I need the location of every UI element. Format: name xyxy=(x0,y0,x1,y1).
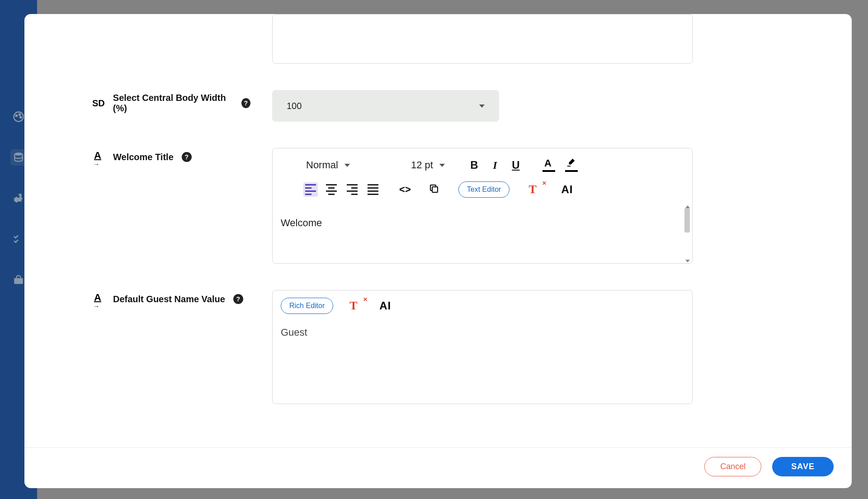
field-label-col: SD Select Central Body Width (%) ? xyxy=(92,90,250,114)
code-view-button[interactable]: < > xyxy=(399,184,410,195)
background-color-button[interactable] xyxy=(565,158,578,172)
cancel-button[interactable]: Cancel xyxy=(704,457,761,476)
field-control-col: Normal 12 pt B I U xyxy=(272,148,693,264)
field-label-col: Welcome Title ? xyxy=(92,148,250,163)
ai-button[interactable]: AI xyxy=(561,183,573,196)
bold-button[interactable]: B xyxy=(467,157,482,173)
welcome-title-editor: Normal 12 pt B I U xyxy=(272,148,693,264)
field-row-welcome-title: Welcome Title ? Normal 12 pt xyxy=(92,148,797,264)
align-center-button[interactable] xyxy=(324,182,339,197)
text-field-icon xyxy=(92,151,105,163)
scrollbar[interactable] xyxy=(683,205,691,262)
help-icon[interactable]: ? xyxy=(241,98,250,108)
paragraph-style-value: Normal xyxy=(306,159,338,171)
text-field-icon xyxy=(92,293,105,305)
italic-button[interactable]: I xyxy=(487,157,503,173)
clear-formatting-button[interactable]: T xyxy=(528,183,542,196)
field-label-default-guest-name: Default Guest Name Value xyxy=(113,294,225,304)
align-justify-button[interactable] xyxy=(366,182,380,197)
field-control-col: 100 xyxy=(272,90,693,122)
rich-editor-toolbar: Normal 12 pt B I U xyxy=(273,148,692,204)
rich-editor-toggle-button[interactable]: Rich Editor xyxy=(281,298,333,314)
copy-button[interactable] xyxy=(429,183,439,196)
save-button[interactable]: SAVE xyxy=(772,457,834,476)
modal-body: SD Select Central Body Width (%) ? 100 W… xyxy=(24,14,852,447)
underline-button[interactable]: U xyxy=(508,157,524,173)
field-label-central-body-width: Select Central Body Width (%) xyxy=(113,93,233,114)
default-guest-name-editor: Rich Editor T AI Guest xyxy=(272,290,693,404)
simple-editor-toolbar: Rich Editor T AI xyxy=(273,290,692,318)
text-editor-toggle-button[interactable]: Text Editor xyxy=(458,181,510,198)
font-size-dropdown[interactable]: 12 pt xyxy=(408,157,448,173)
font-size-value: 12 pt xyxy=(411,159,433,171)
field-row-central-body-width: SD Select Central Body Width (%) ? 100 xyxy=(92,90,797,122)
welcome-title-content[interactable]: Welcome xyxy=(273,204,692,263)
previous-field-editor[interactable] xyxy=(272,14,693,64)
svg-rect-5 xyxy=(432,187,438,192)
font-color-button[interactable] xyxy=(542,158,555,172)
select-value: 100 xyxy=(287,101,302,111)
central-body-width-select[interactable]: 100 xyxy=(272,90,499,122)
welcome-title-text: Welcome xyxy=(281,217,684,229)
scroll-down-icon[interactable] xyxy=(685,260,690,262)
field-label-col: Default Guest Name Value ? xyxy=(92,290,250,305)
scroll-thumb[interactable] xyxy=(684,208,690,233)
help-icon[interactable]: ? xyxy=(182,152,192,162)
default-guest-name-text: Guest xyxy=(281,327,307,338)
ai-button[interactable]: AI xyxy=(379,299,391,312)
sd-icon: SD xyxy=(92,97,105,109)
field-row-default-guest-name: Default Guest Name Value ? Rich Editor T… xyxy=(92,290,797,404)
clear-formatting-button[interactable]: T xyxy=(349,299,363,313)
chevron-down-icon xyxy=(479,105,485,108)
field-control-col: Rich Editor T AI Guest xyxy=(272,290,693,404)
chevron-down-icon xyxy=(344,164,350,167)
align-right-button[interactable] xyxy=(345,182,359,197)
paragraph-style-dropdown[interactable]: Normal xyxy=(303,157,389,173)
chevron-down-icon xyxy=(439,164,445,167)
settings-modal: SD Select Central Body Width (%) ? 100 W… xyxy=(24,14,852,488)
default-guest-name-content[interactable]: Guest xyxy=(273,318,692,404)
modal-footer: Cancel SAVE xyxy=(24,447,852,488)
help-icon[interactable]: ? xyxy=(233,294,243,304)
field-label-welcome-title: Welcome Title xyxy=(113,152,174,162)
align-left-button[interactable] xyxy=(303,182,318,197)
